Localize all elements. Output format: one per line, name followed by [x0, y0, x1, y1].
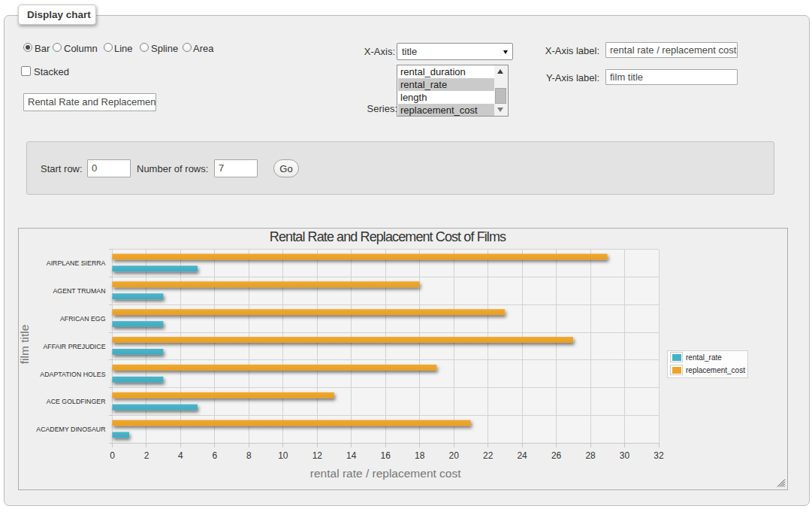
svg-text:AFFAIR PREJUDICE: AFFAIR PREJUDICE — [43, 343, 105, 350]
svg-text:2: 2 — [144, 450, 149, 461]
svg-text:20: 20 — [449, 450, 460, 461]
svg-text:30: 30 — [620, 450, 630, 461]
svg-text:8: 8 — [246, 450, 252, 461]
svg-text:22: 22 — [483, 450, 494, 461]
svg-text:28: 28 — [585, 450, 596, 461]
svg-text:rental rate / replacement cost: rental rate / replacement cost — [310, 467, 461, 480]
svg-text:rental_rate: rental_rate — [686, 353, 722, 362]
svg-text:film title: film title — [19, 325, 31, 365]
svg-text:AFRICAN EGG: AFRICAN EGG — [60, 315, 106, 323]
svg-text:Rental Rate and Replacement Co: Rental Rate and Replacement Cost of Film… — [270, 229, 506, 244]
svg-text:12: 12 — [312, 450, 323, 461]
svg-text:4: 4 — [178, 450, 183, 461]
svg-text:ACADEMY DINOSAUR: ACADEMY DINOSAUR — [36, 426, 105, 433]
svg-text:26: 26 — [551, 450, 562, 461]
svg-text:14: 14 — [346, 450, 357, 461]
svg-text:16: 16 — [381, 450, 391, 461]
svg-text:AGENT TRUMAN: AGENT TRUMAN — [53, 287, 105, 295]
svg-text:10: 10 — [278, 450, 288, 461]
svg-text:32: 32 — [654, 450, 664, 461]
svg-text:ADAPTATION HOLES: ADAPTATION HOLES — [40, 371, 105, 378]
svg-text:0: 0 — [110, 450, 115, 461]
svg-text:6: 6 — [213, 450, 218, 461]
svg-text:replacement_cost: replacement_cost — [686, 366, 745, 374]
svg-text:ACE GOLDFINGER: ACE GOLDFINGER — [47, 398, 106, 405]
svg-text:18: 18 — [415, 450, 425, 461]
svg-text:AIRPLANE SIERRA: AIRPLANE SIERRA — [47, 259, 106, 267]
svg-text:24: 24 — [517, 450, 527, 461]
